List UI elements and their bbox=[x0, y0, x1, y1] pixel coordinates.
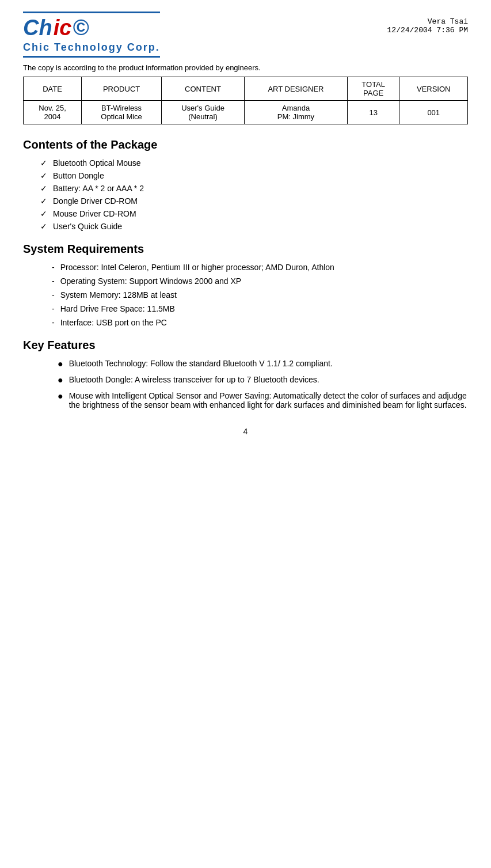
contents-section-title: Contents of the Package bbox=[23, 138, 468, 151]
system-requirements-list: Processor: Intel Celeron, Pentium III or… bbox=[23, 263, 468, 327]
logo-ic-text: ic bbox=[54, 16, 72, 40]
list-item: Hard Drive Free Space: 11.5MB bbox=[52, 304, 468, 313]
list-item: Bluetooth Dongle: A wireless transceiver… bbox=[58, 375, 468, 385]
header-right: Vera Tsai 12/24/2004 7:36 PM bbox=[387, 17, 468, 35]
contents-list: Bluetooth Optical Mouse Button Dongle Ba… bbox=[23, 158, 468, 231]
col-header-version: VERSION bbox=[399, 77, 468, 101]
cell-content: User's Guide(Neutral) bbox=[162, 101, 245, 124]
list-item: Processor: Intel Celeron, Pentium III or… bbox=[52, 263, 468, 272]
list-item: User's Quick Guide bbox=[40, 222, 468, 231]
list-item: Operating System: Support Windows 2000 a… bbox=[52, 276, 468, 286]
list-item: Mouse Driver CD-ROM bbox=[40, 209, 468, 218]
doc-info-table: DATE PRODUCT CONTENT ART DESIGNER TOTALP… bbox=[23, 77, 468, 124]
table-row: Nov. 25,2004 BT-WirelessOptical Mice Use… bbox=[24, 101, 468, 124]
cell-version: 001 bbox=[399, 101, 468, 124]
col-header-content: CONTENT bbox=[162, 77, 245, 101]
col-header-product: PRODUCT bbox=[82, 77, 162, 101]
list-item: Battery: AA * 2 or AAA * 2 bbox=[40, 184, 468, 193]
logo-border: Chic © Chic Technology Corp. bbox=[23, 12, 160, 58]
key-features-title: Key Features bbox=[23, 339, 468, 352]
date-time: 12/24/2004 7:36 PM bbox=[387, 26, 468, 35]
cell-art-designer: AmandaPM: Jimmy bbox=[244, 101, 347, 124]
list-item: System Memory: 128MB at least bbox=[52, 290, 468, 300]
key-features-list: Bluetooth Technology: Follow the standar… bbox=[23, 359, 468, 410]
cell-date: Nov. 25,2004 bbox=[24, 101, 82, 124]
col-header-date: DATE bbox=[24, 77, 82, 101]
list-item: Mouse with Intelligent Optical Sensor an… bbox=[58, 391, 468, 410]
list-item: Dongle Driver CD-ROM bbox=[40, 196, 468, 206]
list-item: Bluetooth Technology: Follow the standar… bbox=[58, 359, 468, 369]
list-item: Button Dongle bbox=[40, 171, 468, 180]
author-name: Vera Tsai bbox=[387, 17, 468, 26]
list-item: Interface: USB port on the PC bbox=[52, 318, 468, 327]
cell-product: BT-WirelessOptical Mice bbox=[82, 101, 162, 124]
logo-chic-text: Ch bbox=[23, 16, 52, 40]
col-header-art-designer: ART DESIGNER bbox=[244, 77, 347, 101]
logo-c-text: © bbox=[73, 16, 89, 40]
logo-area: Chic © Chic Technology Corp. bbox=[23, 12, 160, 58]
logo-corp-text: Chic Technology Corp. bbox=[23, 41, 160, 54]
list-item: Bluetooth Optical Mouse bbox=[40, 158, 468, 168]
info-note: The copy is according to the product inf… bbox=[23, 63, 468, 72]
col-header-total-page: TOTALPAGE bbox=[347, 77, 399, 101]
page-header: Chic © Chic Technology Corp. Vera Tsai 1… bbox=[23, 12, 468, 58]
cell-total-page: 13 bbox=[347, 101, 399, 124]
logo: Chic © bbox=[23, 16, 160, 40]
system-requirements-title: System Requirements bbox=[23, 242, 468, 256]
page-number: 4 bbox=[23, 427, 468, 436]
